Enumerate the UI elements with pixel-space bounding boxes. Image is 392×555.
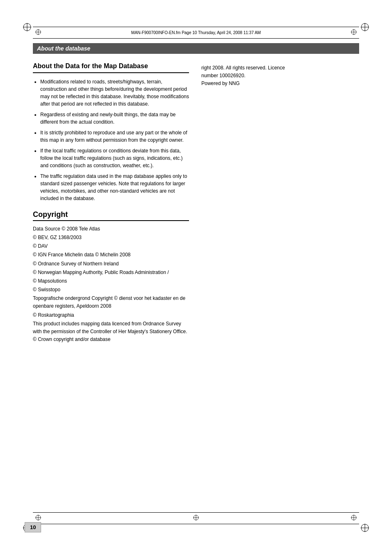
copyright-line-9: Topografische ondergrond Copyright © die…: [33, 295, 189, 310]
right-crosshair-header: [350, 29, 357, 37]
right-col-text: right 2008. All rights reserved. Licence…: [201, 64, 359, 88]
subsection-heading: About the Data for the Map Database: [33, 62, 189, 73]
copyright-line-3: © DAV: [33, 242, 189, 250]
copyright-line-2: © BEV, GZ 1368/2003: [33, 234, 189, 242]
center-crosshair-bottom: [193, 514, 199, 522]
bullet-item-5: The traffic regulation data used in the …: [40, 173, 189, 202]
copyright-line-11: This product includes mapping data licen…: [33, 320, 189, 344]
bullet-item-4: If the local traffic regulations or cond…: [40, 147, 189, 169]
copyright-line-6: © Norwegian Mapping Authority, Public Ro…: [33, 269, 189, 276]
right-column: right 2008. All rights reserved. Licence…: [201, 62, 359, 344]
copyright-line-1: Data Source © 2008 Tele Atlas: [33, 225, 189, 233]
page-container: MAN-F900700INFO-EN.fm Page 10 Thursday, …: [0, 0, 392, 555]
header-area: MAN-F900700INFO-EN.fm Page 10 Thursday, …: [33, 27, 359, 39]
copyright-line-5: © Ordnance Survey of Northern Ireland: [33, 260, 189, 268]
right-line-2: number 100026920.: [201, 72, 359, 80]
copyright-section: Copyright Data Source © 2008 Tele Atlas …: [33, 210, 189, 344]
right-crosshair-bottom: [350, 514, 357, 522]
reg-mark-top-right: [360, 23, 369, 32]
page-number-badge: 10: [25, 522, 41, 532]
right-line-1: right 2008. All rights reserved. Licence: [201, 64, 359, 72]
left-column: About the Data for the Map Database Modi…: [33, 62, 189, 344]
page-number: 10: [30, 524, 36, 530]
copyright-line-7: © Mapsolutions: [33, 277, 189, 285]
section-header-bar: About the database: [33, 43, 359, 54]
bottom-rules-area: [33, 512, 359, 524]
reg-mark-top-left: [23, 23, 32, 32]
copyright-line-4: © IGN France Michelin data © Michelin 20…: [33, 251, 189, 259]
bullet-item-3: It is strictly prohibited to reproduce a…: [40, 129, 189, 144]
two-column-layout: About the Data for the Map Database Modi…: [33, 62, 359, 344]
copyright-heading: Copyright: [33, 210, 189, 221]
bullet-list: Modifications related to roads, streets/…: [33, 78, 189, 202]
copyright-line-8: © Swisstopo: [33, 286, 189, 294]
copyright-line-10: © Roskartographia: [33, 311, 189, 319]
section-title: About the database: [37, 45, 90, 52]
left-crosshair-header: [35, 29, 42, 37]
header-file-text: MAN-F900700INFO-EN.fm Page 10 Thursday, …: [131, 30, 261, 35]
main-content: About the database About the Data for th…: [33, 43, 359, 514]
left-crosshair-bottom: [35, 514, 42, 522]
reg-mark-bottom-right: [360, 523, 369, 532]
right-line-3: Powered by NNG: [201, 80, 359, 88]
copyright-text: Data Source © 2008 Tele Atlas © BEV, GZ …: [33, 225, 189, 344]
bullet-item-1: Modifications related to roads, streets/…: [40, 78, 189, 108]
bullet-item-2: Regardless of existing and newly-built t…: [40, 111, 189, 126]
